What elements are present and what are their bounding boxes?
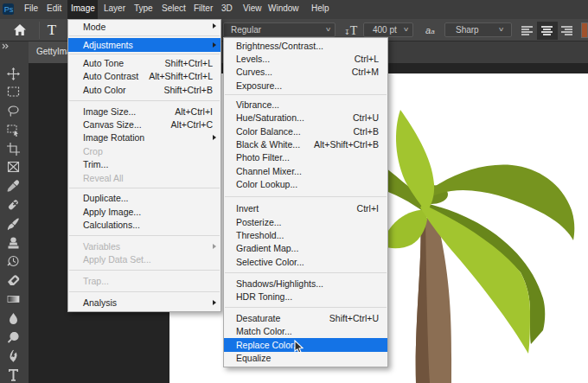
svg-text:Ps: Ps [4,5,14,14]
